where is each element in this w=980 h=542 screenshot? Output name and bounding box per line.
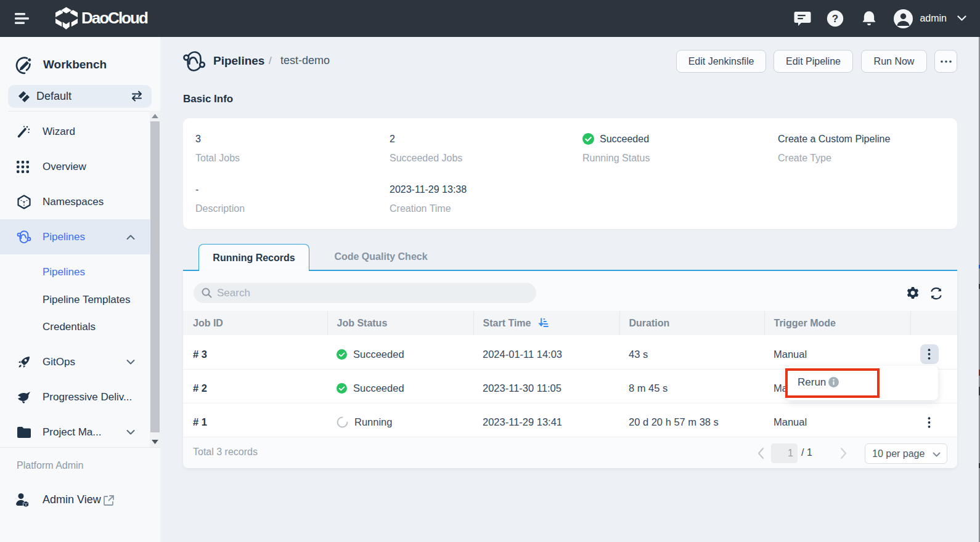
svg-text:?: ?	[832, 13, 838, 25]
